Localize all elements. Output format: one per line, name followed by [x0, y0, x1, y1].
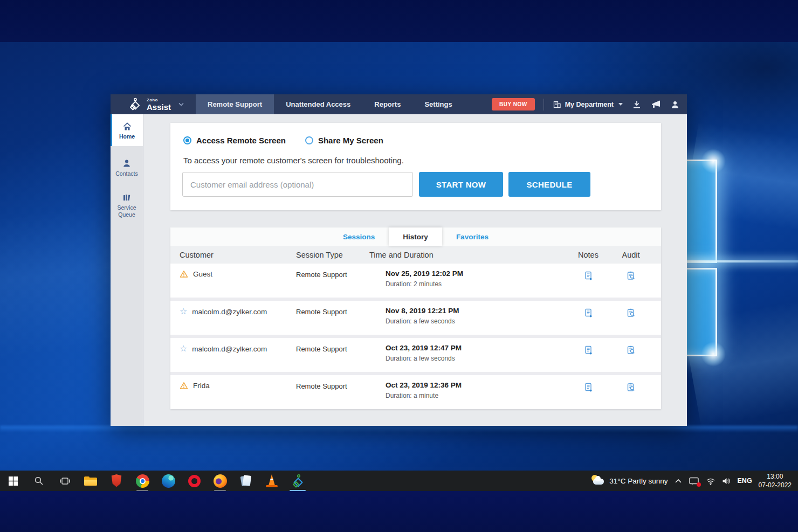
- start-button[interactable]: [0, 471, 26, 491]
- customer-name: Frida: [193, 382, 210, 390]
- firefox-browser-button[interactable]: [207, 471, 233, 491]
- tab-favorites[interactable]: Favorites: [442, 227, 503, 246]
- customer-name: malcolm.d@zylker.com: [192, 345, 267, 353]
- table-header: Customer Session Type Time and Duration …: [170, 246, 661, 264]
- sidebar-item-label: Home: [119, 133, 135, 140]
- nav-tab-unattended-access[interactable]: Unattended Access: [274, 94, 362, 114]
- buy-now-button[interactable]: BUY NOW: [492, 98, 535, 110]
- service-queue-icon: [122, 192, 132, 202]
- chrome-icon: [136, 474, 149, 488]
- customer-name: Guest: [193, 270, 212, 278]
- col-time-duration: Time and Duration: [369, 251, 567, 259]
- glow-spot: [701, 342, 726, 367]
- radio-selected-icon[interactable]: [183, 136, 191, 144]
- audit-icon[interactable]: [610, 338, 652, 355]
- session-form: START NOW SCHEDULE: [170, 165, 661, 197]
- session-time: Oct 23, 2019 12:36 PM: [386, 381, 567, 389]
- session-type: Remote Support: [296, 375, 369, 390]
- session-mode-radios: Access Remote Screen Share My Screen: [170, 123, 661, 145]
- brand-text: Zoho Assist: [147, 98, 171, 111]
- sidebar-item-label: Contacts: [115, 170, 137, 177]
- contacts-icon: [122, 158, 132, 168]
- task-view-button[interactable]: [52, 471, 78, 491]
- navbar-right: BUY NOW My Department: [492, 94, 687, 114]
- notes-icon[interactable]: [567, 375, 610, 392]
- radio-label: Access Remote Screen: [196, 136, 286, 145]
- history-tabbar: Sessions History Favorites: [170, 227, 661, 246]
- sidebar-item-home[interactable]: Home: [111, 114, 143, 146]
- volume-icon[interactable]: [722, 477, 731, 485]
- tab-history[interactable]: History: [389, 227, 442, 246]
- firefox-icon: [214, 474, 227, 488]
- notes-icon[interactable]: [567, 301, 610, 318]
- window-body: Home Contacts Service Queue: [111, 114, 687, 426]
- sidebar-item-contacts[interactable]: Contacts: [111, 154, 143, 182]
- table-row: ☆ malcolm.d@zylker.com Remote Support Oc…: [170, 338, 661, 372]
- clock-widget[interactable]: 13:00 07-02-2022: [759, 472, 792, 489]
- edge-icon: [162, 474, 175, 488]
- table-row: ☆ malcolm.d@zylker.com Remote Support No…: [170, 301, 661, 335]
- vlc-button[interactable]: [259, 471, 285, 491]
- file-explorer-button[interactable]: [78, 471, 104, 491]
- session-type: Remote Support: [296, 264, 369, 279]
- clock-time: 13:00: [759, 472, 792, 481]
- nav-tab-reports[interactable]: Reports: [362, 94, 412, 114]
- audit-icon[interactable]: [610, 301, 652, 318]
- announcements-icon[interactable]: [651, 100, 662, 109]
- notes-icon[interactable]: [567, 338, 610, 355]
- taskbar-tray: 31°C Partly sunny: [591, 471, 798, 491]
- department-selector[interactable]: My Department: [553, 100, 623, 109]
- tab-sessions[interactable]: Sessions: [329, 227, 389, 246]
- radio-unselected-icon[interactable]: [305, 136, 313, 144]
- weather-widget[interactable]: 31°C Partly sunny: [591, 475, 668, 487]
- favorite-star-icon[interactable]: ☆: [180, 344, 187, 353]
- wifi-icon[interactable]: [706, 477, 716, 485]
- table-row: Frida Remote Support Oct 23, 2019 12:36 …: [170, 375, 661, 409]
- task-view-icon: [60, 477, 70, 485]
- sessions-history-panel: Sessions History Favorites Customer Sess…: [170, 227, 661, 409]
- letterbox-top: [0, 0, 798, 42]
- sidebar-item-service-queue[interactable]: Service Queue: [111, 188, 143, 223]
- radio-label: Share My Screen: [318, 136, 383, 145]
- weather-text: 31°C Partly sunny: [609, 477, 668, 485]
- warning-icon: [180, 270, 188, 278]
- language-indicator[interactable]: ENG: [738, 477, 752, 485]
- customer-email-input[interactable]: [182, 172, 413, 197]
- chevron-down-icon[interactable]: [178, 102, 184, 107]
- nav-tab-settings[interactable]: Settings: [412, 94, 464, 114]
- nav-tab-remote-support[interactable]: Remote Support: [196, 94, 274, 114]
- favorite-star-icon[interactable]: ☆: [180, 307, 187, 316]
- search-icon: [34, 476, 44, 486]
- session-time: Nov 25, 2019 12:02 PM: [386, 270, 567, 278]
- action-center-icon[interactable]: [689, 476, 699, 486]
- radio-share-my-screen[interactable]: Share My Screen: [305, 136, 383, 145]
- notification-badge: [697, 482, 701, 487]
- audit-icon[interactable]: [610, 264, 652, 281]
- panel-description: To access your remote customer's screen …: [170, 145, 661, 165]
- radio-access-remote-screen[interactable]: Access Remote Screen: [183, 136, 286, 145]
- zoho-assist-taskbar-button[interactable]: [285, 471, 311, 491]
- brand-zoho: Zoho: [147, 98, 171, 102]
- sidebar: Home Contacts Service Queue: [111, 114, 143, 426]
- notes-app-button[interactable]: [233, 471, 259, 491]
- download-icon[interactable]: [632, 100, 642, 109]
- taskbar-search-button[interactable]: [26, 471, 52, 491]
- opera-browser-button[interactable]: [181, 471, 207, 491]
- start-now-button[interactable]: START NOW: [419, 172, 503, 197]
- notes-icon[interactable]: [567, 264, 610, 281]
- table-row: Guest Remote Support Nov 25, 2019 12:02 …: [170, 264, 661, 298]
- schedule-button[interactable]: SCHEDULE: [508, 172, 590, 197]
- user-account-icon[interactable]: [671, 100, 679, 109]
- col-audit: Audit: [610, 251, 652, 259]
- brave-browser-button[interactable]: [104, 471, 129, 491]
- session-type: Remote Support: [296, 338, 369, 353]
- chrome-browser-button[interactable]: [129, 471, 155, 491]
- zoho-assist-icon: [128, 98, 142, 112]
- session-duration: Duration: 2 minutes: [386, 280, 567, 288]
- edge-browser-button[interactable]: [155, 471, 181, 491]
- brand-logo[interactable]: Zoho Assist: [111, 94, 196, 114]
- audit-icon[interactable]: [610, 375, 652, 392]
- show-hidden-icons-chevron[interactable]: [675, 478, 682, 483]
- col-session-type: Session Type: [296, 251, 369, 259]
- windows-taskbar: 31°C Partly sunny: [0, 471, 798, 491]
